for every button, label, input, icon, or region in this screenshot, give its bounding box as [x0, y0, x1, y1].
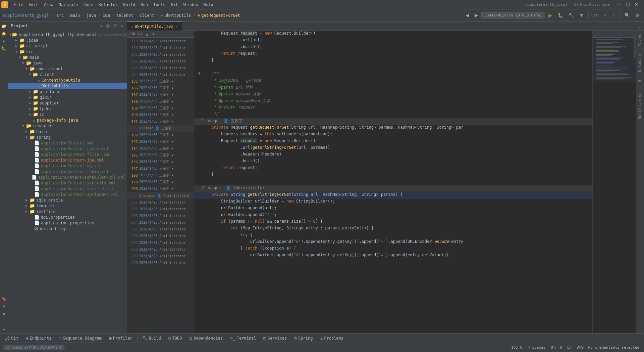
- pull-icon[interactable]: ↓: [1, 318, 7, 324]
- structure-icon[interactable]: ≡: [1, 303, 7, 310]
- git-check-button[interactable]: ✓: [602, 12, 609, 18]
- bookmarks-icon[interactable]: 🔖: [1, 296, 7, 302]
- tree-item-testfile[interactable]: ▶ 📁 testfile: [8, 209, 127, 214]
- code-content[interactable]: Request request = new Request.Builder() …: [194, 31, 592, 333]
- breadcrumb-src[interactable]: src: [57, 13, 64, 18]
- run-icon[interactable]: ▶: [1, 38, 7, 44]
- right-panel-database[interactable]: Database: [636, 50, 644, 76]
- maximize-button[interactable]: □: [624, 1, 632, 8]
- breadcrumb-com[interactable]: com: [103, 13, 110, 18]
- fold-gutter-185[interactable]: ▼: [197, 71, 202, 76]
- menu-build[interactable]: Build: [120, 2, 138, 8]
- breadcrumb-main[interactable]: main: [70, 13, 80, 18]
- commit-icon[interactable]: ●: [1, 310, 7, 317]
- locate-button[interactable]: ◎: [105, 23, 111, 29]
- tree-item-api-props[interactable]: 📄 api.properties: [8, 214, 127, 220]
- tree-item-package-info[interactable]: ☕ package-info.java: [8, 117, 127, 123]
- code-line-201[interactable]: private String getUrlStringForGet(String…: [194, 192, 592, 199]
- run-config-selector[interactable]: JBoss/WildFly 10.0.0.Final: [481, 12, 545, 18]
- menu-code[interactable]: Code: [81, 2, 96, 8]
- tree-item-spring[interactable]: ▼ 📂 spring: [8, 134, 127, 140]
- code-line-180[interactable]: .url(url): [194, 38, 592, 44]
- code-line-202[interactable]: StringBuilder urlBuilder = new StringBui…: [194, 199, 592, 206]
- run-button[interactable]: ▶: [546, 11, 554, 19]
- more-run-button[interactable]: ▼: [577, 12, 586, 18]
- code-line-183[interactable]: }: [194, 58, 592, 64]
- tree-item-app-ctx-mq[interactable]: 📄 applicationContext-mq.xml: [8, 163, 127, 169]
- tree-item-app-ctx[interactable]: 📄 applicationContext.xml: [8, 140, 127, 146]
- status-indent[interactable]: 4 spaces: [526, 345, 547, 350]
- expand-button[interactable]: ▲: [145, 32, 149, 36]
- build-button[interactable]: 🔨: [567, 12, 576, 18]
- tree-item-platform[interactable]: ▶ 📁 platform: [8, 89, 127, 94]
- bottom-tab-git[interactable]: ⎇ Git: [1, 335, 22, 341]
- tree-settings-button[interactable]: ⚙: [112, 23, 118, 29]
- tree-item-client[interactable]: ▼ 📂 client: [8, 72, 127, 77]
- right-panel-notifications[interactable]: Notifications: [636, 86, 644, 123]
- breadcrumb-method[interactable]: getRequestForGet: [201, 13, 240, 18]
- tab-ok-http[interactable]: ☕ OkHttpUtils.java ×: [127, 21, 182, 31]
- tree-item-app-ctx-filter[interactable]: 📄 applicationContext-filter.xml: [8, 151, 127, 157]
- project-label[interactable]: supplierearth_gysgl: [3, 13, 49, 18]
- settings-button[interactable]: ⚙: [633, 12, 641, 18]
- debug-icon-side[interactable]: 🐛: [1, 45, 7, 52]
- debug-button[interactable]: 🐛: [556, 12, 565, 18]
- menu-run[interactable]: Run: [138, 2, 151, 8]
- tree-item-idea[interactable]: ▶ 📁 .idea: [8, 37, 127, 43]
- status-aws[interactable]: AWS: No credentials selected: [575, 345, 641, 350]
- code-line-179[interactable]: Request request = new Request.Builder(): [194, 31, 592, 38]
- menu-window[interactable]: Window: [181, 2, 201, 8]
- menu-edit[interactable]: Edit: [26, 2, 41, 8]
- code-line-192[interactable]: private Request getRequestForGet(String …: [194, 125, 592, 132]
- menu-help[interactable]: Help: [201, 2, 216, 8]
- code-line-184[interactable]: [194, 64, 592, 71]
- tree-item-app-ctx-springmvc[interactable]: 📄 applicationContext-springmvc.xml: [8, 191, 127, 197]
- right-panel-bigdata[interactable]: D: [636, 76, 644, 86]
- tree-item-app-ctx-scheduler[interactable]: 📄 applicationContext-scheduler-xxl.xml: [8, 174, 127, 180]
- bottom-tab-problems[interactable]: ⚠ Problems: [317, 335, 347, 341]
- tab-close-button[interactable]: ×: [175, 24, 178, 29]
- code-line-191[interactable]: */: [194, 112, 592, 118]
- code-line-209[interactable]: } catch (Exception e) {: [194, 246, 592, 253]
- menu-navigate[interactable]: Navigate: [56, 2, 81, 8]
- menu-git[interactable]: Git: [168, 2, 181, 8]
- code-line-198[interactable]: return request;: [194, 165, 592, 172]
- status-position[interactable]: 185:8: [509, 345, 524, 350]
- menu-file[interactable]: File: [11, 2, 26, 8]
- bottom-tab-profiler[interactable]: ◉ Profiler: [106, 335, 136, 341]
- aws-icon[interactable]: ☁: [1, 325, 7, 332]
- code-line-205[interactable]: if (params != null && params.size() > 0)…: [194, 219, 592, 226]
- code-line-208[interactable]: urlBuilder.append("&").append(entry.getK…: [194, 239, 592, 246]
- tree-item-app-ctx-service[interactable]: 📄 applicationContext-service.xml: [8, 186, 127, 191]
- project-icon[interactable]: 📁: [1, 23, 7, 30]
- minimize-button[interactable]: ─: [615, 1, 623, 8]
- breadcrumb-telehot[interactable]: telehot: [116, 13, 133, 18]
- close-panel-button[interactable]: ×: [119, 23, 124, 29]
- tree-item-ci[interactable]: ▶ 📁 ci_script: [8, 43, 127, 49]
- tree-item-main[interactable]: ▼ 📂 main: [8, 54, 127, 60]
- right-panel-maven[interactable]: Maven: [636, 31, 644, 50]
- tree-item-app-ctx-security[interactable]: 📄 applicationContext-security.xml: [8, 180, 127, 186]
- tree-item-ok-http[interactable]: ☕ OkHttpUtils: [8, 83, 127, 89]
- tree-item-template[interactable]: ▶ 📁 template: [8, 203, 127, 209]
- code-line-182[interactable]: return request;: [194, 51, 592, 58]
- collapse-button[interactable]: ▼: [152, 32, 155, 36]
- code-line-196[interactable]: .headers(headers): [194, 152, 592, 159]
- status-encoding[interactable]: UTF-8: [549, 345, 564, 350]
- code-line-204[interactable]: urlBuilder.append("?");: [194, 212, 592, 219]
- tree-item-app-ctx-cache[interactable]: 📄 applicationContext-cache.xml: [8, 146, 127, 151]
- tree-item-com[interactable]: ▼ 📂 com.telehot: [8, 66, 127, 72]
- breadcrumb-client[interactable]: client: [140, 13, 154, 18]
- tree-item-supplier[interactable]: ▶ 📁 supplier: [8, 100, 127, 106]
- code-line-187[interactable]: * @param url 地址: [194, 85, 592, 91]
- bottom-tab-terminal[interactable]: >_ Terminal: [227, 335, 259, 341]
- code-line-181[interactable]: .build();: [194, 44, 592, 51]
- tree-item-resources[interactable]: ▼ 📂 resources: [8, 123, 127, 129]
- warning-badge[interactable]: ⚠ 20: [128, 32, 135, 36]
- bottom-tab-todo[interactable]: ☐ TODO: [165, 335, 185, 341]
- menu-view[interactable]: View: [41, 2, 56, 8]
- tree-item-qixin[interactable]: ▶ 📁 qixin: [8, 94, 127, 100]
- tree-item-app-ctx-jpa[interactable]: 📄 applicationContext-jpa.xml: [8, 157, 127, 163]
- bottom-tab-spring[interactable]: ✿ Spring: [291, 335, 316, 341]
- bottom-tab-dependencies[interactable]: ⧖ Dependencies: [186, 335, 226, 342]
